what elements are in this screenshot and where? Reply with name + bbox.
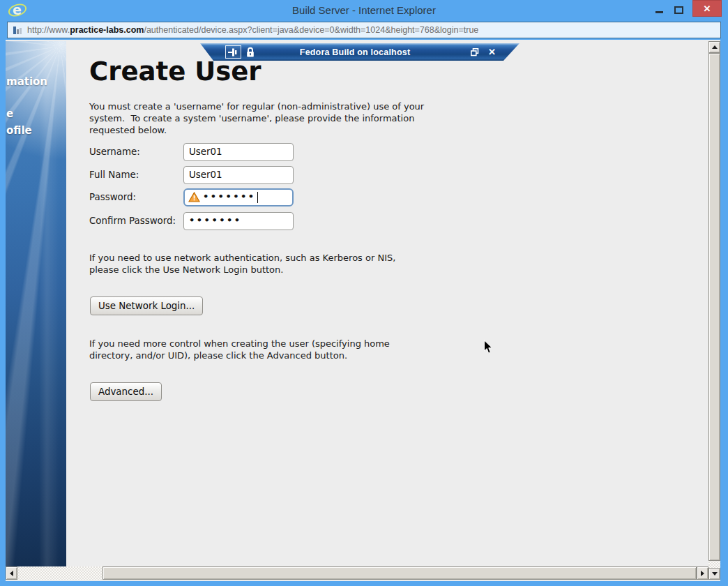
close-button[interactable]: ✕: [692, 0, 722, 17]
confirm-password-value: •••••••: [189, 215, 242, 225]
advanced-text: If you need more control when creating t…: [89, 338, 390, 361]
use-network-login-button[interactable]: Use Network Login...: [90, 296, 203, 315]
vnc-close-icon: ✕: [488, 47, 496, 57]
confirm-password-input[interactable]: •••••••: [183, 212, 294, 230]
password-row: Password: •••••••: [89, 188, 294, 206]
minimize-icon: [655, 11, 663, 13]
horizontal-scroll-track[interactable]: [17, 566, 697, 580]
window-controls: ✕: [649, 0, 728, 21]
browser-content-area: mation e ofile: [6, 40, 720, 581]
window-title: Build Server - Internet Explorer: [0, 4, 728, 16]
username-label: Username:: [89, 146, 183, 157]
ie-window: e Build Server - Internet Explorer ✕ htt…: [0, 0, 728, 586]
vertical-scrollbar[interactable]: [708, 41, 720, 580]
sidebar-item-license-information: mation: [6, 75, 47, 88]
scroll-down-icon: [712, 572, 718, 576]
maximize-icon: [674, 6, 683, 14]
password-input[interactable]: •••••••: [183, 188, 294, 206]
scroll-right-button[interactable]: [697, 566, 708, 580]
warning-triangle-icon: [188, 192, 200, 202]
horizontal-scroll-thumb[interactable]: [103, 566, 697, 580]
arrow-cursor: [483, 340, 493, 354]
vnc-restore-icon: [471, 48, 479, 57]
remote-desktop-viewport: mation e ofile: [6, 41, 708, 566]
text-caret: [257, 192, 258, 203]
scroll-up-icon: [712, 45, 718, 49]
fullname-value: User01: [189, 170, 222, 180]
ie-titlebar: e Build Server - Internet Explorer ✕: [0, 0, 728, 21]
address-bar-row: http://www.practice-labs.com/authenticat…: [0, 21, 728, 40]
minimize-button[interactable]: [649, 0, 669, 20]
vnc-close-button[interactable]: ✕: [488, 47, 496, 57]
scroll-left-icon: [10, 571, 13, 576]
sidebar-item-hardware-profile: ofile: [6, 124, 32, 137]
scroll-right-icon: [701, 571, 704, 576]
sidebar-item-date-and-time: e: [6, 107, 13, 120]
url-domain: practice-labs.com: [70, 25, 144, 35]
username-row: Username: User01: [89, 142, 294, 161]
vertical-scroll-thumb[interactable]: [708, 53, 720, 561]
fullname-label: Full Name:: [89, 170, 183, 180]
username-input[interactable]: User01: [183, 143, 294, 161]
vnc-restore-button[interactable]: [471, 48, 479, 57]
vnc-window-controls: ✕: [462, 47, 496, 57]
maximize-button[interactable]: [669, 0, 688, 20]
site-favicon-icon: [13, 25, 22, 35]
wizard-sidebar: mation e ofile: [6, 41, 66, 566]
fullname-row: Full Name: User01: [89, 165, 294, 184]
password-value: •••••••: [203, 191, 256, 202]
vnc-window-title: Fedora Build on localhost: [255, 47, 462, 57]
password-label: Password:: [89, 192, 183, 202]
scroll-down-button[interactable]: [708, 568, 720, 580]
url-path: /authenticated/device.aspx?client=java&d…: [144, 25, 478, 35]
horizontal-scrollbar[interactable]: [6, 566, 708, 580]
address-input[interactable]: http://www.practice-labs.com/authenticat…: [7, 22, 721, 38]
close-icon: ✕: [704, 3, 711, 14]
confirm-password-row: Confirm Password: •••••••: [89, 211, 294, 230]
scroll-left-button[interactable]: [6, 566, 17, 580]
network-login-text: If you need to use network authenticatio…: [89, 252, 395, 276]
username-value: User01: [189, 146, 222, 157]
scroll-up-button[interactable]: [708, 41, 720, 53]
page-title: Create User: [89, 57, 261, 87]
url-text: http://www.practice-labs.com/authenticat…: [27, 25, 478, 35]
fullname-input[interactable]: User01: [183, 166, 294, 184]
confirm-password-label: Confirm Password:: [89, 216, 183, 226]
pin-icon: [228, 47, 238, 57]
url-prefix: http://www.: [27, 25, 70, 35]
intro-text: You must create a 'username' for regular…: [89, 100, 424, 136]
advanced-button[interactable]: Advanced...: [90, 382, 162, 401]
vertical-scroll-track[interactable]: [708, 53, 720, 568]
